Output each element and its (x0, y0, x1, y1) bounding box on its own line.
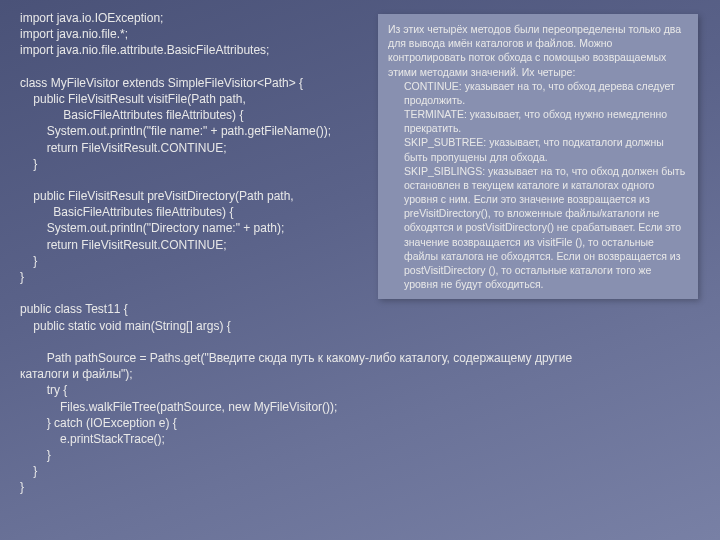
info-box: Из этих четырёх методов были переопредел… (378, 14, 698, 299)
info-intro: Из этих четырёх методов были переопредел… (388, 22, 688, 79)
info-continue: CONTINUE: указывает на то, что обход дер… (388, 79, 688, 107)
info-skip-siblings: SKIP_SIBLINGS: указывает на то, что обхо… (388, 164, 688, 292)
info-terminate: TERMINATE: указывает, что обход нужно не… (388, 107, 688, 135)
info-skip-subtree: SKIP_SUBTREE: указывает, что подкаталоги… (388, 135, 688, 163)
